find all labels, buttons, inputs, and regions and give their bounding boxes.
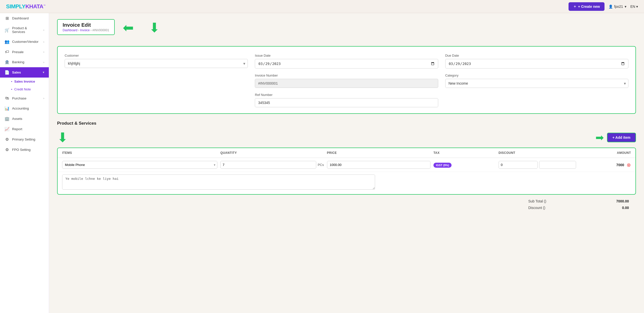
sidebar-sub-item-label: Credit Note (14, 87, 31, 91)
table-row: Mobile Phone PCs IGST (9%) (58, 158, 635, 172)
dot-icon: ● (11, 80, 12, 83)
sidebar-item-assets[interactable]: 🏢 Assets (0, 114, 49, 124)
sidebar-item-label: Primary Setting (12, 137, 35, 141)
price-input[interactable] (327, 161, 430, 169)
lang-label: EN (630, 5, 635, 9)
sidebar-item-purchase[interactable]: 🛍 Purchase › (0, 93, 49, 103)
sub-total-label: Sub Total () (528, 199, 546, 203)
user-icon: 👤 (609, 5, 613, 9)
notes-textarea[interactable] (62, 175, 375, 190)
sidebar-item-sales-invoice[interactable]: ● Sales Invoice (0, 78, 49, 85)
sidebar-item-dashboard[interactable]: ⊞ Dashboard (0, 13, 49, 23)
item-select-wrapper: Mobile Phone (62, 161, 217, 169)
col-amount: AMOUNT (579, 151, 631, 155)
sidebar-item-sales[interactable]: 📄 Sales ▾ (0, 67, 49, 78)
sidebar-item-banking[interactable]: 🏦 Banking › (0, 57, 49, 67)
sidebar-item-label: Report (12, 127, 22, 131)
sidebar-item-report[interactable]: 📈 Report (0, 124, 49, 134)
chevron-down-icon: ▾ (625, 5, 626, 9)
issue-date-label: Issue Date (255, 54, 438, 57)
customer-icon: 👥 (5, 39, 10, 44)
items-table: ITEMS QUANTITY PRICE TAX DISCOUNT AMOUNT… (57, 148, 636, 195)
discount-row: Discount () 0.00 (528, 206, 629, 210)
discount-value: 0.00 (622, 206, 629, 210)
ref-number-label: Ref Number (255, 93, 438, 97)
customer-select[interactable]: khjhfghj (65, 59, 248, 68)
sub-total-value: 7000.00 (616, 199, 629, 203)
remove-item-button[interactable]: ⊗ (627, 162, 631, 168)
sidebar: ⊞ Dashboard 🛒 Product & Services › 👥 Cus… (0, 13, 49, 313)
sidebar-item-accounting[interactable]: 📊 Accounting (0, 103, 49, 114)
issue-date-field-group: Issue Date (255, 54, 438, 68)
tax-wrapper: IGST (9%) (433, 163, 496, 167)
price-wrapper (327, 161, 430, 169)
primary-setting-icon: ⚙ (5, 137, 10, 142)
logo-tm: ™ (43, 4, 46, 7)
chevron-right-icon: › (43, 50, 44, 53)
main-content: Invoice Edit Dashboard › Invoice › #INV0… (49, 13, 644, 313)
customer-field-group: Customer khjhfghj (65, 54, 248, 68)
sidebar-item-label: Accounting (12, 107, 29, 110)
sidebar-item-label: Banking (12, 60, 24, 64)
language-button[interactable]: EN ▾ (630, 5, 638, 9)
breadcrumb-dashboard[interactable]: Dashboard (63, 28, 77, 32)
amount-value: 7000 (616, 163, 624, 167)
quantity-input[interactable] (220, 161, 316, 169)
sidebar-item-label: Purchase (12, 96, 26, 100)
create-new-button[interactable]: ＋ + Create new (569, 2, 605, 11)
chevron-down-icon-sales: ▾ (43, 71, 44, 74)
tax-badge[interactable]: IGST (9%) (433, 163, 452, 168)
chevron-right-icon: › (43, 40, 44, 43)
logo: SIMPLYKHATA™ (6, 3, 46, 10)
issue-date-input[interactable] (255, 59, 438, 68)
chevron-right-icon: › (43, 28, 44, 31)
arrow-down-annotation: ⬇ (149, 21, 160, 34)
due-date-input[interactable] (445, 59, 628, 68)
add-item-button[interactable]: + Add item (607, 133, 636, 142)
sidebar-item-fpo-setting[interactable]: ⚙ FPO Setting (0, 145, 49, 155)
totals-area: Sub Total () 7000.00 Discount () 0.00 (57, 195, 636, 210)
user-button[interactable]: 👤 fpo21 ▾ (609, 5, 626, 9)
item-select[interactable]: Mobile Phone (62, 161, 217, 169)
quantity-wrapper: PCs (220, 161, 324, 169)
chevron-right-icon: › (43, 61, 44, 64)
add-item-label: + Add item (613, 135, 630, 140)
app-body: ⊞ Dashboard 🛒 Product & Services › 👥 Cus… (0, 13, 644, 313)
sidebar-item-customer-vendor[interactable]: 👥 Customer/Vendor › (0, 37, 49, 47)
ref-number-field-group: Ref Number (255, 93, 438, 107)
sidebar-item-presale[interactable]: 🏷 Presale › (0, 47, 49, 57)
dashboard-icon: ⊞ (5, 16, 10, 21)
logo-text: SIMPLYKHATA™ (6, 3, 46, 10)
quantity-unit: PCs (318, 163, 324, 167)
fpo-setting-icon: ⚙ (5, 147, 10, 152)
form-row-2: Invoice Number Category New Income Ref N… (65, 74, 628, 107)
sidebar-item-primary-setting[interactable]: ⚙ Primary Setting (0, 134, 49, 145)
breadcrumb-invoice[interactable]: Invoice (80, 28, 90, 32)
ref-number-input[interactable] (255, 98, 438, 107)
discount-extra-input[interactable] (539, 161, 576, 169)
notes-row (58, 172, 635, 194)
breadcrumb-id: #INV000001 (92, 28, 109, 32)
category-select-wrapper: New Income (445, 79, 628, 88)
sidebar-item-label: Assets (12, 117, 22, 121)
assets-icon: 🏢 (5, 116, 10, 121)
presale-icon: 🏷 (5, 50, 10, 54)
chevron-right-icon: › (43, 97, 44, 100)
category-select[interactable]: New Income (445, 79, 628, 88)
sidebar-item-label: Presale (12, 50, 24, 54)
due-date-label: Due Date (445, 54, 628, 57)
sidebar-item-product-services[interactable]: 🛒 Product & Services › (0, 23, 49, 37)
products-section-title: Product & Services (57, 121, 636, 126)
breadcrumb: Dashboard › Invoice › #INV000001 (63, 28, 109, 32)
sidebar-item-label: Customer/Vendor (12, 40, 38, 44)
invoice-number-label: Invoice Number (255, 74, 438, 77)
col-tax: TAX (433, 151, 496, 155)
plus-icon: ＋ (573, 4, 577, 9)
accounting-icon: 📊 (5, 106, 10, 111)
dot-icon: ● (11, 88, 12, 90)
discount-input[interactable] (499, 161, 538, 169)
create-new-label: + Create new (578, 5, 600, 9)
sidebar-item-credit-note[interactable]: ● Credit Note (0, 85, 49, 93)
banking-icon: 🏦 (5, 60, 10, 64)
sidebar-item-label: Sales (12, 71, 21, 74)
